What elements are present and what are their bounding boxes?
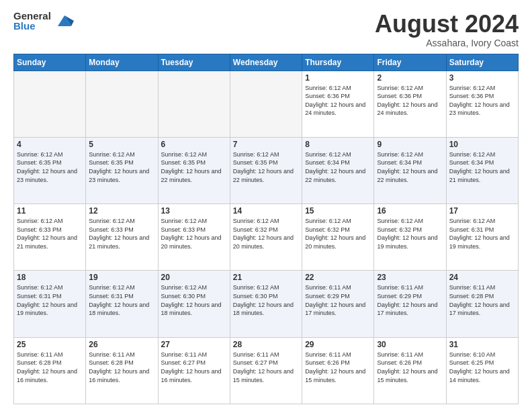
day-info: Sunrise: 6:12 AM Sunset: 6:31 PM Dayligh… bbox=[449, 217, 515, 250]
day-info: Sunrise: 6:12 AM Sunset: 6:36 PM Dayligh… bbox=[377, 84, 443, 118]
table-row: 25Sunrise: 6:11 AM Sunset: 6:28 PM Dayli… bbox=[14, 337, 86, 404]
logo-text: General Blue bbox=[13, 11, 51, 31]
day-number: 3 bbox=[449, 73, 515, 83]
day-number: 1 bbox=[305, 73, 371, 83]
calendar-week-row: 18Sunrise: 6:12 AM Sunset: 6:31 PM Dayli… bbox=[14, 271, 519, 337]
calendar-week-row: 25Sunrise: 6:11 AM Sunset: 6:28 PM Dayli… bbox=[14, 337, 519, 404]
table-row: 20Sunrise: 6:12 AM Sunset: 6:30 PM Dayli… bbox=[158, 271, 230, 337]
day-number: 12 bbox=[89, 206, 154, 216]
table-row: 5Sunrise: 6:12 AM Sunset: 6:35 PM Daylig… bbox=[86, 137, 158, 203]
table-row: 9Sunrise: 6:12 AM Sunset: 6:34 PM Daylig… bbox=[374, 137, 446, 203]
header: General Blue August 2024 Assahara, Ivory… bbox=[13, 11, 519, 48]
table-row: 4Sunrise: 6:12 AM Sunset: 6:35 PM Daylig… bbox=[14, 137, 86, 203]
table-row: 26Sunrise: 6:11 AM Sunset: 6:28 PM Dayli… bbox=[86, 337, 158, 404]
logo-general: General bbox=[13, 11, 51, 21]
day-number: 17 bbox=[449, 206, 515, 216]
table-row: 19Sunrise: 6:12 AM Sunset: 6:31 PM Dayli… bbox=[86, 271, 158, 337]
day-info: Sunrise: 6:12 AM Sunset: 6:36 PM Dayligh… bbox=[449, 84, 515, 118]
day-number: 29 bbox=[305, 340, 371, 349]
col-thursday: Thursday bbox=[302, 54, 374, 71]
month-year-title: August 2024 bbox=[375, 11, 519, 38]
table-row bbox=[14, 71, 86, 137]
calendar-table: Sunday Monday Tuesday Wednesday Thursday… bbox=[13, 54, 519, 404]
table-row: 30Sunrise: 6:11 AM Sunset: 6:26 PM Dayli… bbox=[374, 337, 446, 404]
table-row: 31Sunrise: 6:10 AM Sunset: 6:25 PM Dayli… bbox=[446, 337, 518, 404]
calendar-week-row: 4Sunrise: 6:12 AM Sunset: 6:35 PM Daylig… bbox=[14, 137, 519, 203]
day-info: Sunrise: 6:11 AM Sunset: 6:26 PM Dayligh… bbox=[305, 351, 371, 384]
day-info: Sunrise: 6:12 AM Sunset: 6:33 PM Dayligh… bbox=[89, 217, 154, 250]
day-number: 8 bbox=[305, 140, 371, 149]
day-info: Sunrise: 6:12 AM Sunset: 6:34 PM Dayligh… bbox=[449, 150, 515, 184]
table-row: 7Sunrise: 6:12 AM Sunset: 6:35 PM Daylig… bbox=[230, 137, 302, 203]
day-info: Sunrise: 6:12 AM Sunset: 6:31 PM Dayligh… bbox=[89, 283, 154, 317]
day-number: 18 bbox=[17, 273, 83, 282]
day-number: 13 bbox=[161, 206, 227, 216]
day-info: Sunrise: 6:11 AM Sunset: 6:29 PM Dayligh… bbox=[377, 283, 443, 317]
table-row: 11Sunrise: 6:12 AM Sunset: 6:33 PM Dayli… bbox=[14, 204, 86, 271]
calendar-week-row: 11Sunrise: 6:12 AM Sunset: 6:33 PM Dayli… bbox=[14, 204, 519, 271]
logo-blue: Blue bbox=[13, 21, 51, 31]
day-info: Sunrise: 6:12 AM Sunset: 6:35 PM Dayligh… bbox=[89, 150, 154, 184]
table-row: 21Sunrise: 6:12 AM Sunset: 6:30 PM Dayli… bbox=[230, 271, 302, 337]
location-subtitle: Assahara, Ivory Coast bbox=[375, 38, 519, 48]
col-tuesday: Tuesday bbox=[158, 54, 230, 71]
col-monday: Monday bbox=[86, 54, 158, 71]
day-number: 30 bbox=[377, 340, 443, 349]
table-row bbox=[158, 71, 230, 137]
day-number: 22 bbox=[305, 273, 371, 282]
col-wednesday: Wednesday bbox=[230, 54, 302, 71]
day-number: 21 bbox=[233, 273, 299, 282]
day-number: 5 bbox=[89, 140, 154, 149]
table-row: 27Sunrise: 6:11 AM Sunset: 6:27 PM Dayli… bbox=[158, 337, 230, 404]
calendar-header-row: Sunday Monday Tuesday Wednesday Thursday… bbox=[14, 54, 519, 71]
table-row: 14Sunrise: 6:12 AM Sunset: 6:32 PM Dayli… bbox=[230, 204, 302, 271]
table-row: 23Sunrise: 6:11 AM Sunset: 6:29 PM Dayli… bbox=[374, 271, 446, 337]
day-info: Sunrise: 6:10 AM Sunset: 6:25 PM Dayligh… bbox=[449, 351, 515, 384]
day-info: Sunrise: 6:12 AM Sunset: 6:32 PM Dayligh… bbox=[233, 217, 299, 250]
day-number: 11 bbox=[17, 206, 83, 216]
col-sunday: Sunday bbox=[14, 54, 86, 71]
day-info: Sunrise: 6:12 AM Sunset: 6:30 PM Dayligh… bbox=[161, 283, 227, 317]
day-number: 31 bbox=[449, 340, 515, 349]
table-row bbox=[230, 71, 302, 137]
day-info: Sunrise: 6:12 AM Sunset: 6:33 PM Dayligh… bbox=[161, 217, 227, 250]
table-row: 6Sunrise: 6:12 AM Sunset: 6:35 PM Daylig… bbox=[158, 137, 230, 203]
day-info: Sunrise: 6:11 AM Sunset: 6:26 PM Dayligh… bbox=[377, 351, 443, 384]
day-info: Sunrise: 6:11 AM Sunset: 6:28 PM Dayligh… bbox=[449, 283, 515, 317]
table-row: 13Sunrise: 6:12 AM Sunset: 6:33 PM Dayli… bbox=[158, 204, 230, 271]
day-info: Sunrise: 6:12 AM Sunset: 6:32 PM Dayligh… bbox=[305, 217, 371, 250]
day-info: Sunrise: 6:12 AM Sunset: 6:36 PM Dayligh… bbox=[305, 84, 371, 118]
table-row: 17Sunrise: 6:12 AM Sunset: 6:31 PM Dayli… bbox=[446, 204, 518, 271]
day-info: Sunrise: 6:12 AM Sunset: 6:30 PM Dayligh… bbox=[233, 283, 299, 317]
day-number: 15 bbox=[305, 206, 371, 216]
title-area: August 2024 Assahara, Ivory Coast bbox=[375, 11, 519, 48]
day-number: 27 bbox=[161, 340, 227, 349]
table-row: 1Sunrise: 6:12 AM Sunset: 6:36 PM Daylig… bbox=[302, 71, 374, 137]
day-number: 10 bbox=[449, 140, 515, 149]
day-number: 26 bbox=[89, 340, 154, 349]
table-row: 2Sunrise: 6:12 AM Sunset: 6:36 PM Daylig… bbox=[374, 71, 446, 137]
day-info: Sunrise: 6:12 AM Sunset: 6:35 PM Dayligh… bbox=[233, 150, 299, 184]
table-row: 12Sunrise: 6:12 AM Sunset: 6:33 PM Dayli… bbox=[86, 204, 158, 271]
calendar-week-row: 1Sunrise: 6:12 AM Sunset: 6:36 PM Daylig… bbox=[14, 71, 519, 137]
day-number: 14 bbox=[233, 206, 299, 216]
day-info: Sunrise: 6:11 AM Sunset: 6:28 PM Dayligh… bbox=[89, 351, 154, 384]
day-number: 25 bbox=[17, 340, 83, 349]
table-row: 15Sunrise: 6:12 AM Sunset: 6:32 PM Dayli… bbox=[302, 204, 374, 271]
day-info: Sunrise: 6:12 AM Sunset: 6:31 PM Dayligh… bbox=[17, 283, 83, 317]
table-row bbox=[86, 71, 158, 137]
day-info: Sunrise: 6:11 AM Sunset: 6:27 PM Dayligh… bbox=[161, 351, 227, 384]
day-number: 23 bbox=[377, 273, 443, 282]
table-row: 18Sunrise: 6:12 AM Sunset: 6:31 PM Dayli… bbox=[14, 271, 86, 337]
day-info: Sunrise: 6:12 AM Sunset: 6:34 PM Dayligh… bbox=[377, 150, 443, 184]
table-row: 16Sunrise: 6:12 AM Sunset: 6:32 PM Dayli… bbox=[374, 204, 446, 271]
day-number: 4 bbox=[17, 140, 83, 149]
day-number: 24 bbox=[449, 273, 515, 282]
day-number: 2 bbox=[377, 73, 443, 83]
table-row: 24Sunrise: 6:11 AM Sunset: 6:28 PM Dayli… bbox=[446, 271, 518, 337]
logo: General Blue bbox=[13, 11, 74, 31]
day-number: 7 bbox=[233, 140, 299, 149]
day-number: 19 bbox=[89, 273, 154, 282]
day-info: Sunrise: 6:11 AM Sunset: 6:29 PM Dayligh… bbox=[305, 283, 371, 317]
day-number: 6 bbox=[161, 140, 227, 149]
